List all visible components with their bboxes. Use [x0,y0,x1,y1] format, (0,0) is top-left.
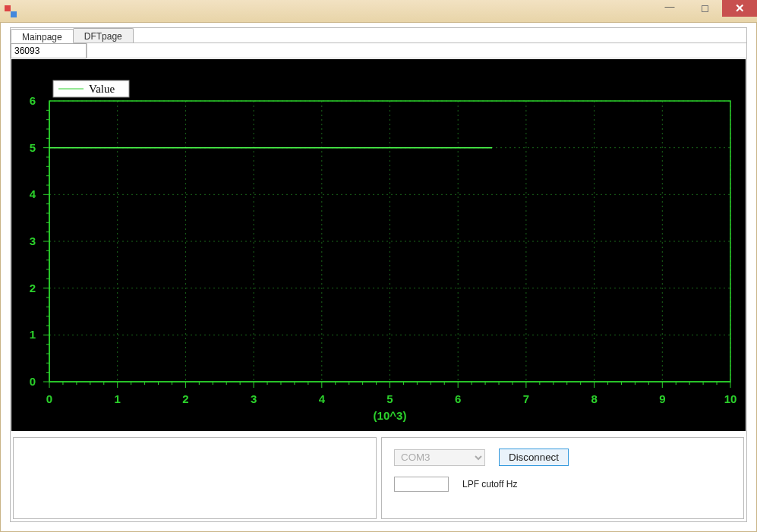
tabstrip: Mainpage DFTpage [11,28,746,43]
svg-text:4: 4 [319,392,326,405]
svg-text:3: 3 [251,392,257,405]
svg-text:0: 0 [46,392,52,405]
svg-text:5: 5 [30,141,36,154]
maximize-button[interactable] [687,0,722,17]
titlebar: — ✕ [0,0,757,23]
minimize-button[interactable]: — [652,0,687,17]
com-port-select[interactable]: COM3 [394,449,485,466]
tab-dftpage[interactable]: DFTpage [73,28,134,42]
tab-mainpage[interactable]: Mainpage [11,29,74,43]
svg-text:4: 4 [30,187,36,200]
svg-text:6: 6 [30,94,36,107]
svg-text:10: 10 [724,392,737,405]
lpf-cutoff-input[interactable] [394,477,449,492]
svg-text:2: 2 [30,282,36,294]
main-panel: Mainpage DFTpage 36093 01234560123456789… [10,27,747,522]
svg-text:Value: Value [89,83,115,95]
svg-text:2: 2 [182,392,188,405]
disconnect-button[interactable]: Disconnect [499,449,569,466]
svg-text:0: 0 [30,375,36,388]
svg-text:1: 1 [30,328,36,341]
chart: 0123456012345678910(10^3)Value [11,59,746,431]
svg-text:8: 8 [591,392,597,405]
lpf-cutoff-label: LPF cutoff Hz [462,479,517,490]
log-panel [13,437,377,519]
window-controls: — ✕ [652,0,757,17]
close-button[interactable]: ✕ [722,0,757,17]
svg-text:3: 3 [30,235,36,247]
svg-text:6: 6 [455,392,461,405]
svg-text:1: 1 [115,392,121,405]
svg-text:(10^3): (10^3) [374,409,407,422]
svg-text:5: 5 [386,392,393,405]
svg-text:7: 7 [523,392,529,405]
app-icon [5,5,17,17]
controls-panel: COM3 Disconnect LPF cutoff Hz [381,437,744,519]
value-readout: 36093 [11,43,87,58]
svg-text:9: 9 [659,392,665,405]
